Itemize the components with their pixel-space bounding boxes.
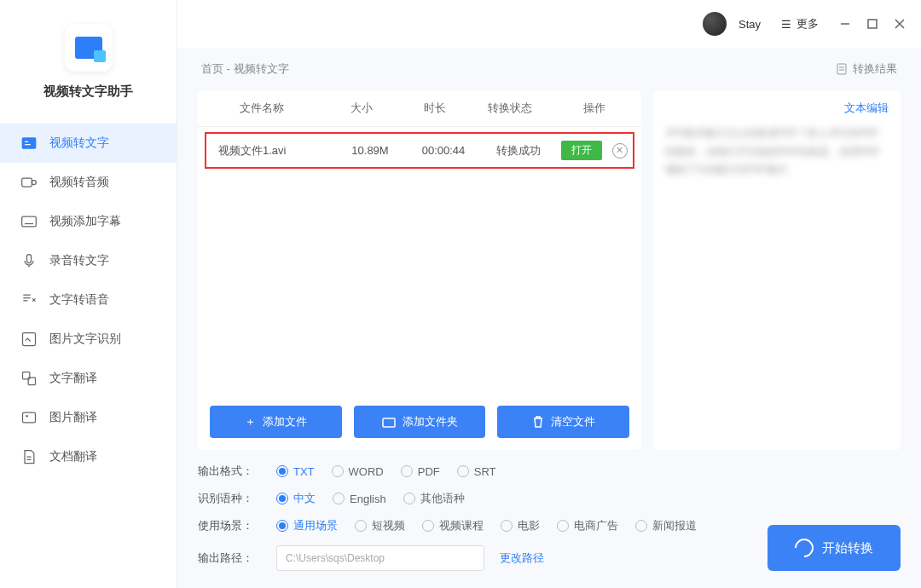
- nav-video-to-text[interactable]: 视频转文字: [0, 124, 177, 163]
- format-word[interactable]: WORD: [332, 465, 384, 478]
- breadcrumb: 首页 - 视频转文字: [201, 61, 289, 77]
- translate-icon: [20, 370, 38, 387]
- nav-label: 视频转文字: [49, 135, 109, 151]
- th-size: 大小: [326, 90, 397, 126]
- ocr-icon: [20, 331, 38, 348]
- scene-ad[interactable]: 电商广告: [557, 518, 618, 533]
- svg-rect-1: [22, 178, 32, 187]
- th-duration: 时长: [397, 90, 472, 126]
- nav-image-translate[interactable]: 图片翻译: [0, 398, 177, 437]
- svg-rect-8: [23, 412, 36, 423]
- open-button[interactable]: 打开: [561, 141, 602, 160]
- svg-point-2: [32, 181, 36, 185]
- nav-audio-to-text[interactable]: 录音转文字: [0, 241, 177, 280]
- add-file-button[interactable]: ＋ 添加文件: [210, 406, 342, 438]
- scene-short[interactable]: 短视频: [355, 518, 405, 533]
- titlebar: Stay ☰ 更多: [177, 0, 921, 48]
- format-txt[interactable]: TXT: [276, 465, 315, 478]
- scene-movie[interactable]: 电影: [501, 518, 540, 533]
- main: Stay ☰ 更多 首页 - 视频转文字 转换结果 文件名称: [177, 0, 921, 588]
- clear-label: 清空文件: [551, 414, 595, 429]
- nav-label: 视频添加字幕: [49, 214, 121, 229]
- th-status: 转换状态: [472, 90, 547, 126]
- scene-news[interactable]: 新闻报道: [635, 518, 697, 533]
- svg-rect-12: [383, 418, 395, 427]
- result-link[interactable]: 转换结果: [836, 61, 897, 77]
- nav-label: 文字翻译: [49, 371, 97, 386]
- nav-label: 图片文字识别: [49, 331, 121, 347]
- svg-rect-10: [868, 20, 877, 28]
- svg-rect-0: [22, 137, 37, 148]
- video-text-icon: [20, 135, 38, 152]
- text-edit-link[interactable]: 文本编辑: [665, 101, 889, 116]
- add-folder-button[interactable]: 添加文件夹: [354, 406, 486, 438]
- file-table: 文件名称 大小 时长 转换状态 操作 视频文件1.avi 10.89M 00:0…: [198, 90, 641, 450]
- scene-general[interactable]: 通用场景: [276, 518, 338, 533]
- lang-en[interactable]: English: [333, 491, 386, 506]
- scene-course[interactable]: 视频课程: [422, 518, 484, 533]
- tts-icon: [20, 291, 38, 308]
- folder-icon: [382, 416, 396, 428]
- nav-label: 文档翻译: [49, 449, 97, 464]
- clear-button[interactable]: 清空文件: [497, 406, 629, 438]
- language-group: 中文 English 其他语种: [276, 491, 465, 506]
- nav-label: 视频转音频: [49, 175, 109, 190]
- nav-doc-translate[interactable]: 文档翻译: [0, 437, 177, 476]
- format-srt[interactable]: SRT: [457, 465, 496, 478]
- start-label: 开始转换: [822, 540, 873, 556]
- th-name: 文件名称: [198, 90, 326, 126]
- nav-video-to-audio[interactable]: 视频转音频: [0, 163, 177, 202]
- hamburger-icon: ☰: [781, 18, 791, 31]
- nav-label: 录音转文字: [49, 253, 109, 268]
- nav: 视频转文字 视频转音频 视频添加字幕 录音转文字 文字转语音 图片文字识别: [0, 115, 177, 476]
- preview-text: JPG格式图片怎么转换成PDF？除上JPG转PDF的教程，加电打开页面的PDF转…: [665, 124, 889, 180]
- delete-row-button[interactable]: ✕: [612, 143, 628, 159]
- add-folder-label: 添加文件夹: [403, 414, 458, 429]
- language-label: 识别语种：: [198, 491, 261, 506]
- start-convert-button[interactable]: 开始转换: [768, 525, 901, 571]
- subtitle-icon: [20, 213, 38, 230]
- nav-text-to-speech[interactable]: 文字转语音: [0, 280, 177, 320]
- doc-icon: [20, 448, 38, 465]
- maximize-button[interactable]: [866, 18, 878, 30]
- nav-image-ocr[interactable]: 图片文字识别: [0, 320, 177, 359]
- more-label: 更多: [796, 16, 819, 32]
- table-row[interactable]: 视频文件1.avi 10.89M 00:00:44 转换成功 打开 ✕: [205, 132, 634, 169]
- options: 输出格式： TXT WORD PDF SRT 识别语种： 中文 English: [198, 464, 697, 571]
- svg-rect-3: [22, 216, 37, 227]
- nav-video-subtitle[interactable]: 视频添加字幕: [0, 202, 177, 241]
- output-path-input[interactable]: [276, 545, 484, 571]
- format-pdf[interactable]: PDF: [401, 465, 440, 478]
- avatar[interactable]: [703, 12, 727, 36]
- trash-icon: [532, 415, 544, 429]
- nav-label: 文字转语音: [49, 292, 109, 308]
- svg-rect-11: [837, 64, 846, 74]
- plus-icon: ＋: [245, 414, 256, 429]
- app-title: 视频转文字助手: [0, 84, 177, 100]
- table-header: 文件名称 大小 时长 转换状态 操作: [198, 90, 641, 127]
- scene-label: 使用场景：: [198, 518, 261, 533]
- preview-panel: 文本编辑 JPG格式图片怎么转换成PDF？除上JPG转PDF的教程，加电打开页面…: [653, 90, 901, 450]
- lang-other[interactable]: 其他语种: [403, 491, 465, 506]
- close-button[interactable]: [894, 18, 906, 30]
- output-label: 输出路径：: [198, 551, 261, 566]
- cell-status: 转换成功: [481, 143, 556, 159]
- sidebar: 视频转文字助手 视频转文字 视频转音频 视频添加字幕 录音转文字 文字转语音: [0, 0, 177, 588]
- minimize-button[interactable]: [839, 18, 851, 30]
- cell-duration: 00:00:44: [406, 144, 481, 157]
- mic-icon: [20, 252, 38, 269]
- nav-label: 图片翻译: [49, 410, 97, 425]
- nav-text-translate[interactable]: 文字翻译: [0, 359, 177, 398]
- change-path-link[interactable]: 更改路径: [500, 551, 544, 566]
- breadcrumb-bar: 首页 - 视频转文字 转换结果: [177, 48, 921, 90]
- video-audio-icon: [20, 174, 38, 191]
- user-name: Stay: [739, 18, 761, 31]
- more-button[interactable]: ☰ 更多: [781, 16, 819, 32]
- lang-zh[interactable]: 中文: [276, 491, 316, 506]
- format-group: TXT WORD PDF SRT: [276, 465, 496, 478]
- add-file-label: 添加文件: [263, 414, 307, 429]
- format-label: 输出格式：: [198, 464, 261, 479]
- logo-area: 视频转文字助手: [0, 0, 177, 115]
- svg-point-9: [26, 415, 28, 418]
- image-translate-icon: [20, 409, 38, 426]
